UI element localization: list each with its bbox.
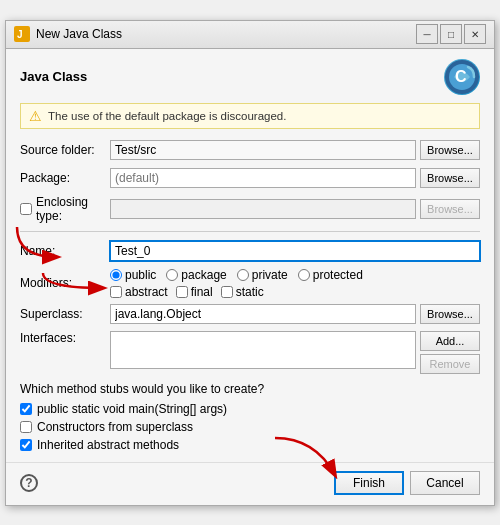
modifier-public[interactable]: public (110, 268, 156, 282)
modifier-static[interactable]: static (221, 285, 264, 299)
name-input[interactable] (110, 241, 480, 261)
interfaces-box (110, 331, 416, 369)
section-header: Java Class C (20, 59, 480, 95)
source-folder-row: Source folder: Browse... (20, 139, 480, 161)
footer-left: ? (20, 474, 38, 492)
modifiers-label: Modifiers: (20, 276, 110, 290)
cancel-button[interactable]: Cancel (410, 471, 480, 495)
stub-constructors[interactable]: Constructors from superclass (20, 420, 480, 434)
warning-text: The use of the default package is discou… (48, 110, 286, 122)
interfaces-buttons: Add... Remove (420, 331, 480, 374)
modifier-private[interactable]: private (237, 268, 288, 282)
enclosing-type-row: Enclosing type: Browse... (20, 195, 480, 223)
window-title: New Java Class (36, 27, 122, 41)
modifiers-line-1: public package private protected (110, 268, 480, 282)
stub-inherited[interactable]: Inherited abstract methods (20, 438, 480, 452)
divider-1 (20, 231, 480, 232)
eclipse-logo: C (444, 59, 480, 95)
interfaces-remove-button[interactable]: Remove (420, 354, 480, 374)
enclosing-type-browse-button: Browse... (420, 199, 480, 219)
title-bar: J New Java Class ─ □ ✕ (6, 21, 494, 49)
dialog-window: J New Java Class ─ □ ✕ Java Class C (5, 20, 495, 506)
section-title: Java Class (20, 69, 87, 84)
modifiers-row: Modifiers: public (20, 268, 480, 299)
package-row: Package: Browse... (20, 167, 480, 189)
java-class-icon: J (14, 26, 30, 42)
title-bar-left: J New Java Class (14, 26, 122, 42)
interfaces-add-button[interactable]: Add... (420, 331, 480, 351)
modifier-final[interactable]: final (176, 285, 213, 299)
package-label: Package: (20, 171, 110, 185)
enclosing-type-input (110, 199, 416, 219)
interfaces-label: Interfaces: (20, 331, 110, 345)
interfaces-row: Interfaces: Add... Remove (20, 331, 480, 374)
source-folder-label: Source folder: (20, 143, 110, 157)
modifiers-line-2: abstract final static (110, 285, 480, 299)
title-bar-buttons: ─ □ ✕ (416, 24, 486, 44)
superclass-browse-button[interactable]: Browse... (420, 304, 480, 324)
method-stubs: public static void main(String[] args) C… (20, 402, 480, 452)
modifier-abstract[interactable]: abstract (110, 285, 168, 299)
stub-main[interactable]: public static void main(String[] args) (20, 402, 480, 416)
minimize-button[interactable]: ─ (416, 24, 438, 44)
source-folder-input[interactable] (110, 140, 416, 160)
stub-main-checkbox[interactable] (20, 403, 32, 415)
help-button[interactable]: ? (20, 474, 38, 492)
stubs-question: Which method stubs would you like to cre… (20, 382, 480, 396)
superclass-label: Superclass: (20, 307, 110, 321)
name-row: Name: (20, 240, 480, 262)
modifier-protected[interactable]: protected (298, 268, 363, 282)
finish-button[interactable]: Finish (334, 471, 404, 495)
superclass-input[interactable] (110, 304, 416, 324)
package-input[interactable] (110, 168, 416, 188)
modifier-package[interactable]: package (166, 268, 226, 282)
stub-constructors-checkbox[interactable] (20, 421, 32, 433)
name-label: Name: (20, 244, 110, 258)
dialog-footer: ? Finish Cancel (6, 462, 494, 505)
dialog-content: Java Class C ⚠ The use of the default pa… (6, 49, 494, 462)
source-folder-browse-button[interactable]: Browse... (420, 140, 480, 160)
warning-icon: ⚠ (29, 108, 42, 124)
close-button[interactable]: ✕ (464, 24, 486, 44)
maximize-button[interactable]: □ (440, 24, 462, 44)
package-browse-button[interactable]: Browse... (420, 168, 480, 188)
enclosing-type-label: Enclosing type: (36, 195, 110, 223)
svg-text:J: J (17, 29, 23, 40)
enclosing-type-checkbox[interactable] (20, 203, 32, 215)
stub-inherited-checkbox[interactable] (20, 439, 32, 451)
warning-bar: ⚠ The use of the default package is disc… (20, 103, 480, 129)
svg-text:C: C (455, 68, 467, 85)
superclass-row: Superclass: Browse... (20, 303, 480, 325)
